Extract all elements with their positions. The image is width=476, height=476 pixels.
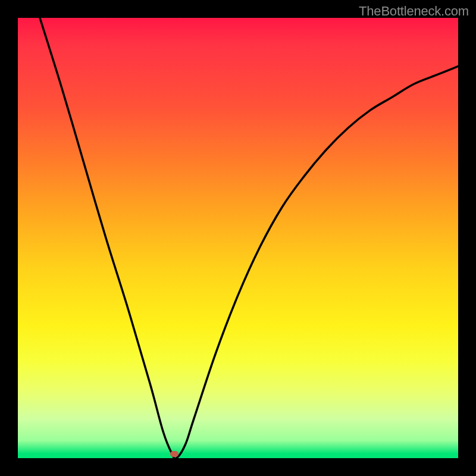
- chart-frame: TheBottleneck.com: [0, 0, 476, 476]
- bottleneck-curve: [18, 18, 458, 458]
- attribution-label: TheBottleneck.com: [359, 4, 469, 19]
- plot-area: [18, 18, 458, 458]
- optimal-point-marker: [170, 451, 178, 457]
